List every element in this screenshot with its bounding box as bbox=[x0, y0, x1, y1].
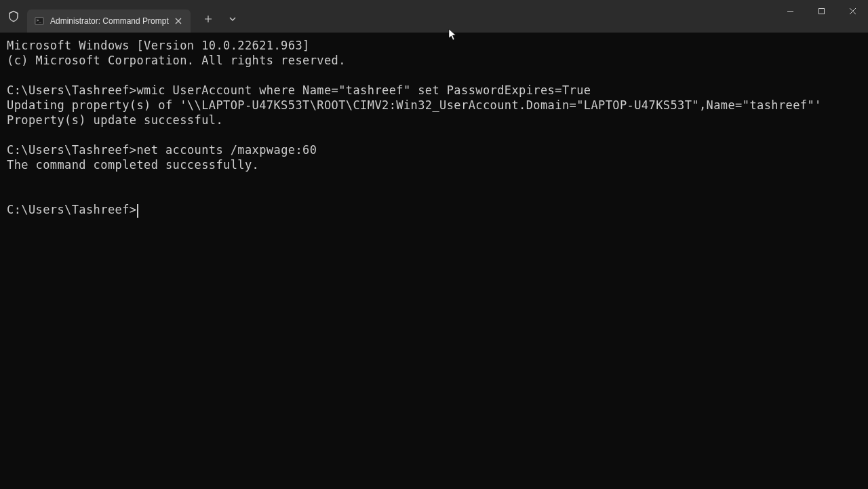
terminal-output-line: The command completed successfully. bbox=[7, 158, 259, 172]
minimize-button[interactable] bbox=[774, 0, 806, 22]
terminal-prompt: C:\Users\Tashreef> bbox=[7, 83, 136, 97]
terminal-output[interactable]: Microsoft Windows [Version 10.0.22621.96… bbox=[0, 33, 868, 489]
titlebar[interactable]: >_ Administrator: Command Prompt bbox=[0, 0, 868, 33]
tab-actions bbox=[196, 8, 245, 30]
terminal-output-line: Property(s) update successful. bbox=[7, 113, 223, 127]
terminal-prompt: C:\Users\Tashreef> bbox=[7, 203, 136, 216]
tab-title: Administrator: Command Prompt bbox=[50, 16, 169, 26]
svg-rect-2 bbox=[818, 8, 824, 14]
terminal-output-line: Updating property(s) of '\\LAPTOP-U47KS5… bbox=[7, 98, 822, 112]
tab-dropdown-button[interactable] bbox=[220, 8, 245, 30]
cmd-icon: >_ bbox=[34, 16, 45, 26]
svg-text:>_: >_ bbox=[37, 18, 42, 23]
window-controls bbox=[774, 0, 868, 27]
terminal-tab[interactable]: >_ Administrator: Command Prompt bbox=[27, 9, 191, 33]
maximize-button[interactable] bbox=[806, 0, 837, 22]
terminal-line: (c) Microsoft Corporation. All rights re… bbox=[7, 54, 346, 67]
new-tab-button[interactable] bbox=[196, 8, 220, 30]
terminal-line: Microsoft Windows [Version 10.0.22621.96… bbox=[7, 39, 310, 52]
tab-close-button[interactable] bbox=[172, 14, 185, 28]
terminal-command: net accounts /maxpwage:60 bbox=[136, 143, 317, 157]
close-button[interactable] bbox=[837, 0, 868, 22]
app-shield-icon bbox=[0, 0, 27, 33]
terminal-cursor bbox=[137, 204, 138, 218]
terminal-prompt: C:\Users\Tashreef> bbox=[7, 143, 136, 157]
terminal-command: wmic UserAccount where Name="tashreef" s… bbox=[136, 83, 591, 97]
